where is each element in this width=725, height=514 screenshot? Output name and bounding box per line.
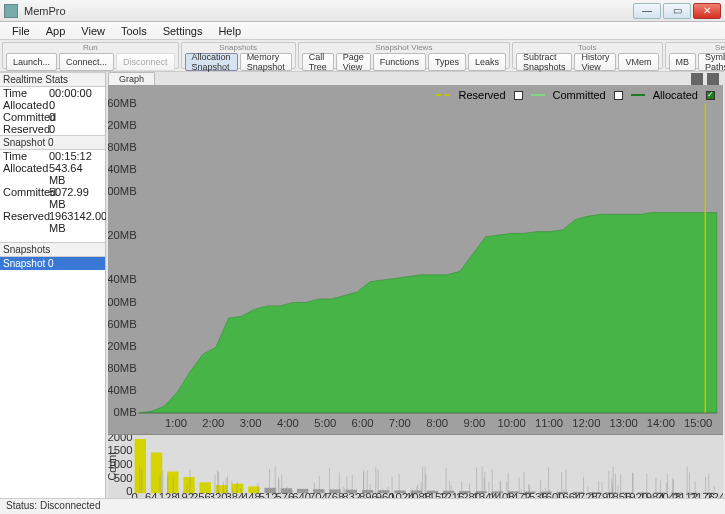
toolbar-tools: Tools Subtract Snapshots History View VM… [512,42,663,69]
s0-alloc-k: Allocated [3,162,49,186]
legend-committed-check[interactable] [614,91,623,100]
s0-resv-k: Reserved [3,210,49,234]
tab-export-icon[interactable] [691,73,703,85]
tab-expand-icon[interactable] [707,73,719,85]
memory-snapshot-button[interactable]: Memory Snapshot [240,53,292,71]
s0-resv-v: 1963142.00 MB [49,210,107,234]
toolbar-settings-label: Settings [669,44,726,52]
svg-text:2:00: 2:00 [202,417,224,429]
menu-tools[interactable]: Tools [113,23,155,39]
app-icon [4,4,18,18]
toolbar-snapshots: Snapshots Allocation Snapshot Memory Sna… [181,42,296,69]
menu-view[interactable]: View [73,23,113,39]
status-bar: Status: Disconnected [0,498,725,514]
svg-text:8960MB: 8960MB [108,97,137,109]
snapshots-panel-label: Snapshots [0,242,105,257]
menu-settings[interactable]: Settings [155,23,211,39]
svg-text:0: 0 [132,491,138,498]
svg-text:1920MB: 1920MB [108,340,137,352]
toolbar-views-label: Snapshot Views [302,44,506,52]
svg-text:7680MB: 7680MB [108,141,137,153]
svg-text:5:00: 5:00 [314,417,336,429]
subtract-snapshots-button[interactable]: Subtract Snapshots [516,53,573,71]
s0-alloc: Allocated543.64 MB [0,162,105,186]
calltree-button[interactable]: Call Tree [302,53,334,71]
s0-time-k: Time [3,150,49,162]
toolbar-settings: Settings MB Symbol Paths Settings [665,42,726,69]
launch-button[interactable]: Launch... [6,53,57,71]
menu-app[interactable]: App [38,23,74,39]
rt-commit-v: 0 [49,111,55,123]
svg-text:6:00: 6:00 [352,417,374,429]
svg-text:2240: 2240 [706,491,723,498]
connect-button[interactable]: Connect... [59,53,114,71]
toolbar-tools-label: Tools [516,44,659,52]
s0-resv: Reserved1963142.00 MB [0,210,105,234]
snapshot-item-0[interactable]: Snapshot 0 [0,257,105,270]
rt-alloc-v: 0 [49,99,55,111]
legend-allocated-text: Allocated [653,89,698,101]
rt-time: Time00:00:00 [0,87,105,99]
s0-commit: Committed5072.99 MB [0,186,105,210]
right-panel: Graph Reserved Committed Allocated [106,72,725,498]
main-chart[interactable]: Reserved Committed Allocated 0MB640MB128… [108,85,723,434]
legend-committed-line [531,94,545,96]
svg-rect-33 [151,452,162,493]
menubar: File App View Tools Settings Help [0,22,725,40]
menu-help[interactable]: Help [210,23,249,39]
toolbar-run: Run Launch... Connect... Disconnect [2,42,179,69]
legend-reserved-line [436,94,450,96]
maximize-button[interactable]: ▭ [663,3,691,19]
rt-alloc: Allocated0 [0,99,105,111]
rt-commit: Committed0 [0,111,105,123]
vmem-button[interactable]: VMem [618,53,658,71]
legend-reserved-check[interactable] [514,91,523,100]
lower-chart[interactable]: 0500100015002000Count0641281922563203844… [108,434,723,499]
types-button[interactable]: Types [428,53,466,71]
pageview-button[interactable]: Page View [336,53,371,71]
svg-text:64: 64 [145,491,158,498]
rt-alloc-k: Allocated [3,99,49,111]
svg-text:5120MB: 5120MB [108,229,137,241]
mb-button[interactable]: MB [669,53,697,71]
leaks-button[interactable]: Leaks [468,53,506,71]
legend-allocated-check[interactable] [706,91,715,100]
svg-text:11:00: 11:00 [535,417,563,429]
tab-graph[interactable]: Graph [108,72,155,85]
svg-text:15:00: 15:00 [684,417,712,429]
toolbar-row: Run Launch... Connect... Disconnect Snap… [0,40,725,72]
snapshot0-label: Snapshot 0 [0,135,105,150]
svg-text:9:00: 9:00 [463,417,485,429]
titlebar: MemPro — ▭ ✕ [0,0,725,22]
chart-area: Reserved Committed Allocated 0MB640MB128… [108,85,723,498]
menu-file[interactable]: File [4,23,38,39]
rt-time-v: 00:00:00 [49,87,92,99]
realtime-stats-label: Realtime Stats [0,72,105,87]
s0-alloc-v: 543.64 MB [49,162,102,186]
rt-resv-v: 0 [49,123,55,135]
history-view-button[interactable]: History View [574,53,616,71]
disconnect-button[interactable]: Disconnect [116,53,175,71]
s0-commit-k: Committed [3,186,49,210]
minimize-button[interactable]: — [633,3,661,19]
functions-button[interactable]: Functions [373,53,426,71]
chart-legend: Reserved Committed Allocated [436,89,715,101]
svg-rect-32 [135,438,146,492]
legend-committed-text: Committed [553,89,606,101]
svg-text:640MB: 640MB [108,384,137,396]
svg-text:8320MB: 8320MB [108,119,137,131]
svg-rect-31 [135,438,719,492]
svg-text:3200MB: 3200MB [108,296,137,308]
svg-text:1:00: 1:00 [165,417,187,429]
svg-text:3840MB: 3840MB [108,273,137,285]
window-title: MemPro [24,5,631,17]
svg-text:6400MB: 6400MB [108,185,137,197]
svg-text:10:00: 10:00 [498,417,526,429]
toolbar-run-label: Run [6,44,175,52]
toolbar-views: Snapshot Views Call Tree Page View Funct… [298,42,510,69]
toolbar-snapshots-label: Snapshots [185,44,292,52]
close-button[interactable]: ✕ [693,3,721,19]
allocation-snapshot-button[interactable]: Allocation Snapshot [185,53,238,71]
svg-text:Count: Count [108,451,118,480]
symbol-paths-button[interactable]: Symbol Paths [698,53,725,71]
